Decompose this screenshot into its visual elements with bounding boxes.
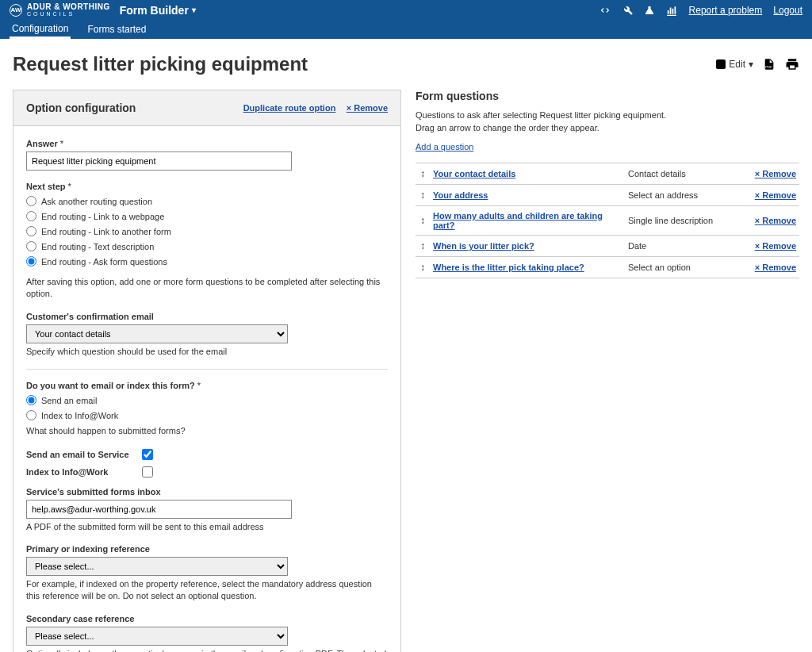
remove-question-link[interactable]: × Remove bbox=[755, 190, 796, 200]
next-step-label: Next step bbox=[26, 182, 388, 191]
report-problem-link[interactable]: Report a problem bbox=[689, 5, 763, 16]
confirm-email-select[interactable]: Your contact details bbox=[26, 324, 288, 343]
code-icon[interactable] bbox=[599, 5, 611, 16]
next-step-note: After saving this option, add one or mor… bbox=[26, 276, 388, 301]
radio-ask-questions[interactable] bbox=[26, 256, 36, 267]
question-link[interactable]: When is your litter pick? bbox=[433, 241, 534, 251]
svg-text:PDF: PDF bbox=[765, 65, 772, 69]
send-service-checkbox[interactable] bbox=[142, 449, 153, 460]
secondary-ref-label: Secondary case reference bbox=[26, 614, 388, 623]
radio-ask-routing-label: Ask another routing question bbox=[41, 197, 152, 206]
radio-link-webpage-label: End routing - Link to a webpage bbox=[41, 212, 164, 221]
questions-hint2: Drag an arrow to change the order they a… bbox=[416, 123, 799, 132]
radio-text-desc-label: End routing - Text description bbox=[41, 242, 154, 251]
form-questions-section: Form questions Questions to ask after se… bbox=[416, 90, 799, 278]
table-row: ↕Your contact detailsContact details× Re… bbox=[416, 163, 799, 185]
pdf-export-icon[interactable]: PDF bbox=[763, 57, 776, 71]
table-row: ↕Where is the litter pick taking place?S… bbox=[416, 257, 799, 278]
flask-icon[interactable] bbox=[645, 5, 654, 16]
radio-send-email-label: Send an email bbox=[41, 396, 97, 405]
brand-line1: ADUR & WORTHING bbox=[27, 3, 110, 11]
question-link[interactable]: Your address bbox=[433, 190, 488, 200]
answer-input[interactable] bbox=[26, 151, 292, 171]
wrench-icon[interactable] bbox=[622, 5, 634, 16]
radio-link-form[interactable] bbox=[26, 226, 36, 236]
remove-question-link[interactable]: × Remove bbox=[755, 241, 796, 251]
table-row: ↕Your addressSelect an address× Remove bbox=[416, 185, 799, 206]
radio-ask-questions-label: End routing - Ask form questions bbox=[41, 257, 167, 267]
primary-ref-select[interactable]: Please select... bbox=[26, 557, 288, 576]
page-title: Request litter picking equipment bbox=[13, 53, 308, 75]
edit-dropdown[interactable]: Edit ▾ bbox=[716, 59, 753, 70]
chart-icon[interactable] bbox=[665, 5, 678, 16]
option-config-panel: Option configuration Duplicate route opt… bbox=[13, 90, 401, 652]
brand-line2: COUNCILS bbox=[27, 11, 110, 17]
drag-handle-icon[interactable]: ↕ bbox=[420, 168, 425, 179]
logout-link[interactable]: Logout bbox=[773, 5, 802, 16]
send-service-label: Send an email to Service bbox=[26, 450, 129, 459]
edit-icon bbox=[716, 59, 726, 69]
inbox-label: Service's submitted forms inbox bbox=[26, 487, 388, 497]
panel-title: Option configuration bbox=[26, 102, 136, 114]
logo-icon: AW bbox=[10, 4, 22, 17]
drag-handle-icon[interactable]: ↕ bbox=[420, 262, 425, 273]
question-link[interactable]: Where is the litter pick taking place? bbox=[433, 263, 584, 272]
inbox-help: A PDF of the submitted form will be sent… bbox=[26, 521, 388, 533]
questions-table: ↕Your contact detailsContact details× Re… bbox=[416, 163, 799, 278]
print-icon[interactable] bbox=[785, 57, 799, 71]
drag-handle-icon[interactable]: ↕ bbox=[420, 190, 425, 201]
remove-question-link[interactable]: × Remove bbox=[755, 169, 796, 178]
question-type: Select an option bbox=[625, 257, 744, 278]
radio-link-webpage[interactable] bbox=[26, 211, 36, 221]
answer-label: Answer bbox=[26, 139, 388, 148]
drag-handle-icon[interactable]: ↕ bbox=[420, 215, 425, 226]
radio-text-desc[interactable] bbox=[26, 241, 36, 251]
index-iw-label: Index to Info@Work bbox=[26, 467, 108, 477]
drag-handle-icon[interactable]: ↕ bbox=[420, 240, 425, 251]
radio-index-iw-label: Index to Info@Work bbox=[41, 411, 118, 420]
secondary-ref-help: Optionally include another question's an… bbox=[26, 648, 388, 652]
tab-forms-started[interactable]: Forms started bbox=[85, 20, 148, 39]
question-type: Date bbox=[625, 236, 744, 257]
remove-question-link[interactable]: × Remove bbox=[755, 216, 796, 225]
table-row: ↕When is your litter pick?Date× Remove bbox=[416, 236, 799, 257]
questions-hint1: Questions to ask after selecting Request… bbox=[416, 110, 799, 120]
inbox-input[interactable] bbox=[26, 500, 292, 519]
caret-down-icon: ▾ bbox=[192, 6, 196, 14]
question-type: Select an address bbox=[625, 185, 744, 206]
top-header: AW ADUR & WORTHING COUNCILS Form Builder… bbox=[0, 0, 812, 20]
app-title-label: Form Builder bbox=[120, 4, 189, 17]
email-index-label: Do you want to email or index this form? bbox=[26, 381, 388, 390]
questions-heading: Form questions bbox=[416, 90, 799, 102]
radio-index-iw[interactable] bbox=[26, 410, 36, 420]
question-type: Contact details bbox=[625, 163, 744, 185]
duplicate-route-link[interactable]: Duplicate route option bbox=[243, 103, 336, 113]
app-title-dropdown[interactable]: Form Builder ▾ bbox=[120, 4, 196, 17]
brand-logo: AW ADUR & WORTHING COUNCILS bbox=[10, 3, 110, 17]
remove-option-link[interactable]: × Remove bbox=[347, 103, 388, 113]
chevron-down-icon: ▾ bbox=[749, 59, 753, 70]
question-link[interactable]: Your contact details bbox=[433, 169, 515, 178]
remove-question-link[interactable]: × Remove bbox=[755, 263, 796, 272]
table-row: ↕How many adults and children are taking… bbox=[416, 206, 799, 236]
confirm-email-label: Customer's confirmation email bbox=[26, 312, 388, 321]
question-link[interactable]: How many adults and children are taking … bbox=[433, 211, 603, 230]
edit-label: Edit bbox=[729, 59, 745, 70]
add-question-link[interactable]: Add a question bbox=[416, 142, 473, 151]
tab-bar: Configuration Forms started bbox=[0, 20, 812, 39]
tab-configuration[interactable]: Configuration bbox=[10, 20, 71, 39]
question-type: Single line description bbox=[625, 206, 744, 236]
radio-ask-routing[interactable] bbox=[26, 196, 36, 206]
primary-ref-label: Primary or indexing reference bbox=[26, 544, 388, 554]
primary-ref-help: For example, if indexed on the property … bbox=[26, 578, 388, 603]
radio-link-form-label: End routing - Link to another form bbox=[41, 227, 171, 236]
email-index-help: What should happen to submitted forms? bbox=[26, 425, 388, 437]
confirm-email-help: Specify which question should be used fo… bbox=[26, 346, 388, 358]
radio-send-email[interactable] bbox=[26, 395, 36, 405]
secondary-ref-select[interactable]: Please select... bbox=[26, 627, 288, 646]
index-iw-checkbox[interactable] bbox=[142, 466, 153, 477]
